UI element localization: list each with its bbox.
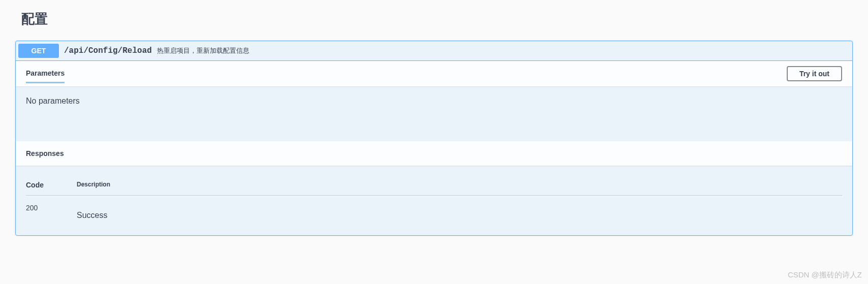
responses-table-header: Code Description <box>26 181 842 196</box>
opblock-get: GET /api/Config/Reload 热重启项目，重新加载配置信息 Pa… <box>15 41 853 236</box>
column-description: Description <box>77 181 110 189</box>
responses-header: Responses <box>16 141 852 166</box>
response-description: Success <box>77 204 107 220</box>
tab-parameters[interactable]: Parameters <box>26 69 65 83</box>
responses-container: Code Description 200 Success <box>16 166 852 235</box>
watermark: CSDN @搬砖的诗人Z <box>788 270 862 280</box>
parameters-heading: Parameters <box>26 69 65 77</box>
section-title: 配置 <box>21 10 853 28</box>
column-code: Code <box>26 181 77 189</box>
table-row: 200 Success <box>26 196 842 220</box>
no-parameters-message: No parameters <box>26 97 842 131</box>
http-method-badge: GET <box>18 44 59 58</box>
endpoint-description: 热重启项目，重新加载配置信息 <box>157 46 850 55</box>
endpoint-path: /api/Config/Reload <box>59 46 157 55</box>
opblock-body: Parameters Try it out No parameters Resp… <box>16 61 852 235</box>
parameters-container: No parameters <box>16 86 852 141</box>
response-code: 200 <box>26 204 77 220</box>
responses-heading: Responses <box>26 149 64 157</box>
responses-table: Code Description 200 Success <box>26 176 842 225</box>
parameters-header: Parameters Try it out <box>16 61 852 86</box>
opblock-summary[interactable]: GET /api/Config/Reload 热重启项目，重新加载配置信息 <box>16 41 852 61</box>
try-it-out-button[interactable]: Try it out <box>787 66 842 81</box>
